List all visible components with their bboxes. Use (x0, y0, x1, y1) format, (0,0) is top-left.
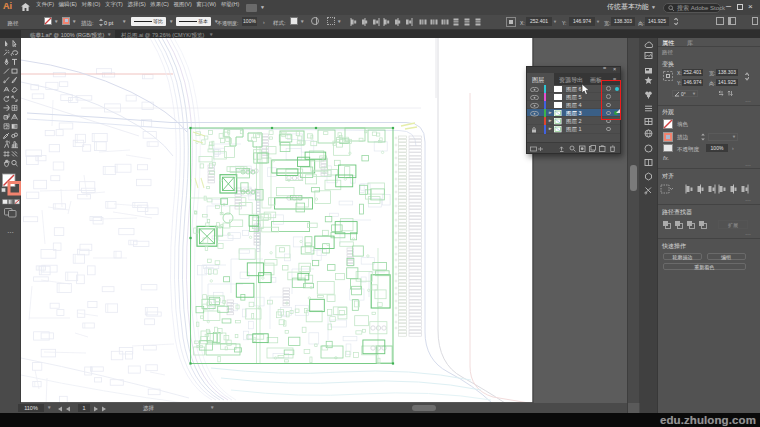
svg-text:…: … (7, 227, 14, 234)
